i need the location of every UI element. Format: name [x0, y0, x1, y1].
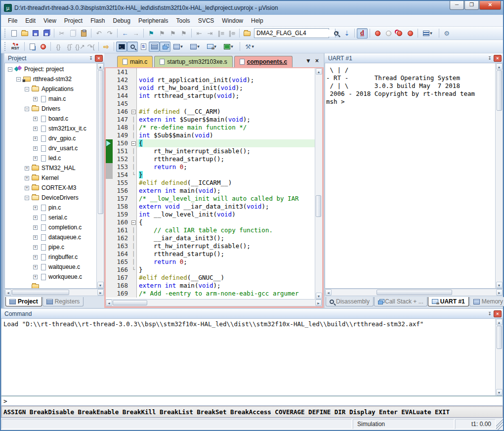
tree-item[interactable] — [5, 282, 96, 288]
breakpoint-margin[interactable] — [106, 76, 113, 84]
expand-icon[interactable]: + — [33, 225, 38, 230]
breakpoint-margin[interactable] — [106, 92, 113, 100]
code-line-156[interactable]: 156 extern int main(void); — [106, 187, 315, 195]
coverage-mark[interactable] — [106, 155, 113, 163]
expand-icon[interactable]: + — [33, 146, 38, 151]
fold-margin[interactable] — [130, 203, 137, 211]
tree-item-pin-c[interactable]: + pin.c — [5, 203, 96, 213]
fold-margin[interactable] — [130, 84, 137, 92]
collapse-icon[interactable]: − — [25, 107, 29, 111]
fold-margin[interactable] — [130, 76, 137, 84]
expand-icon[interactable]: + — [25, 176, 29, 180]
code-line-152[interactable]: 152 │ rtthread_startup(); — [106, 155, 315, 163]
code-line-142[interactable]: 142 void rt_application_init(void); — [106, 76, 315, 84]
breakpoint-margin[interactable] — [106, 100, 113, 108]
save-all-button[interactable] — [41, 28, 52, 39]
call-stack-window-button[interactable] — [160, 42, 170, 52]
watch-window-button[interactable]: ▼ — [170, 42, 187, 52]
scrollbar-thumb[interactable] — [12, 290, 69, 295]
code-line-145[interactable]: 145 — [106, 100, 315, 108]
code-line-151[interactable]: 151 │ rt_hw_interrupt_disable(); — [106, 147, 315, 155]
code-line-158[interactable]: 158 extern void __iar_data_init3(void); — [106, 203, 315, 211]
code-line-150[interactable]: 150 − { — [106, 139, 315, 147]
scroll-left-icon[interactable]: ◄ — [106, 300, 112, 306]
coverage-mark[interactable] — [106, 139, 113, 147]
scrollbar-thumb[interactable] — [316, 195, 321, 217]
tree-item-main-c[interactable]: + main.c — [5, 94, 96, 104]
tree-item-stm32-hal[interactable]: + STM32_HAL — [5, 163, 96, 173]
scroll-up-icon[interactable]: ▲ — [97, 63, 104, 70]
show-next-statement-button[interactable]: ⇨ — [101, 42, 112, 52]
code-line-159[interactable]: 159 int __low_level_init(void) — [106, 211, 315, 218]
fold-margin[interactable]: − — [130, 139, 137, 147]
expand-icon[interactable]: + — [33, 206, 38, 210]
expand-icon[interactable]: + — [33, 136, 38, 141]
uart-vscrollbar[interactable]: ▲ ▼ — [495, 63, 503, 288]
code-line-154[interactable]: 154 └ } — [106, 171, 315, 179]
fold-margin[interactable] — [130, 274, 137, 282]
redo-button[interactable]: ↷ — [104, 28, 115, 39]
menu-peripherals[interactable]: Peripherals — [134, 16, 172, 26]
fold-margin[interactable]: │ — [130, 226, 137, 234]
kill-all-breakpoints-button[interactable] — [405, 28, 416, 39]
tree-item-serial-c[interactable]: + serial.c — [5, 213, 96, 222]
toolbox-button[interactable]: ⚒▼ — [242, 42, 259, 52]
breakpoint-margin[interactable] — [106, 266, 113, 274]
tree-item-cortex-m3[interactable]: + CORTEX-M3 — [5, 183, 96, 193]
fold-margin[interactable]: │ — [130, 242, 137, 250]
collapse-icon[interactable]: − — [25, 196, 29, 200]
expand-icon[interactable]: + — [33, 265, 38, 269]
tab-memory-1[interactable]: Memory 1 — [469, 297, 504, 306]
scroll-down-icon[interactable]: ▼ — [97, 282, 104, 288]
tab-project[interactable]: Project — [5, 297, 42, 306]
menu-flash[interactable]: Flash — [86, 16, 109, 26]
fold-margin[interactable]: │ — [130, 131, 137, 139]
fold-margin[interactable]: │ — [130, 124, 137, 131]
tab-list-dropdown-icon[interactable]: ▼ — [305, 57, 311, 64]
indent-button[interactable]: ⇥ — [205, 28, 215, 39]
incremental-find-button[interactable]: ⇣ — [341, 28, 352, 39]
unindent-button[interactable]: ⇤ — [194, 28, 205, 39]
fold-margin[interactable]: − — [130, 218, 137, 226]
project-tree-vscrollbar[interactable]: ▲ ▼ — [96, 63, 104, 288]
tree-item-kernel[interactable]: + Kernel — [5, 173, 96, 183]
toggle-breakpoint-button[interactable] — [372, 28, 383, 39]
command-output[interactable]: Load "D:\\rt-thread\\rt-thread-3.0.3\\bs… — [1, 319, 495, 395]
find-in-files-dialog-button[interactable] — [242, 28, 252, 39]
code-line-146[interactable]: 146 − #if defined (__CC_ARM) — [106, 108, 315, 116]
disable-breakpoint-button[interactable] — [383, 28, 394, 39]
tab-registers[interactable]: Registers — [42, 297, 84, 306]
code-line-164[interactable]: 164 │ rtthread_startup(); — [106, 250, 315, 258]
memory-window-button[interactable]: ▼ — [187, 42, 204, 52]
fold-margin[interactable] — [130, 179, 137, 187]
step-out-button[interactable]: {}↗ — [75, 42, 85, 52]
menu-tools[interactable]: Tools — [172, 16, 194, 26]
collapse-icon[interactable]: − — [8, 67, 12, 72]
close-icon[interactable]: × — [494, 310, 502, 317]
uart-output[interactable]: \ | / - RT - Thread Operating System / |… — [325, 63, 495, 288]
fold-margin[interactable] — [130, 187, 137, 195]
breakpoint-margin[interactable] — [106, 124, 113, 131]
editor-tab-startup-stm32f103xe-s[interactable]: startup_stm32f103xe.s — [154, 56, 232, 67]
breakpoint-margin[interactable] — [106, 282, 113, 290]
navigate-forward-button[interactable]: → — [130, 28, 141, 39]
undo-button[interactable]: ↶ — [93, 28, 104, 39]
copy-button[interactable] — [67, 28, 78, 39]
code-line-169[interactable]: 169 /* Add -eentry to arm-none-eabi-gcc … — [106, 290, 315, 298]
fold-margin[interactable]: │ — [130, 163, 137, 171]
search-input[interactable] — [254, 30, 335, 37]
expand-icon[interactable]: + — [33, 235, 38, 240]
breakpoint-margin[interactable] — [106, 250, 113, 258]
code-line-166[interactable]: 166 └ } — [106, 266, 315, 274]
coverage-mark[interactable] — [106, 163, 113, 171]
breakpoint-margin[interactable] — [106, 84, 113, 92]
pin-icon[interactable]: ↧ — [486, 310, 494, 317]
fold-margin[interactable] — [130, 92, 137, 100]
coverage-mark[interactable] — [106, 147, 113, 155]
fold-margin[interactable]: │ — [130, 258, 137, 266]
expand-icon[interactable]: + — [33, 245, 38, 250]
fold-collapse-icon[interactable]: − — [131, 110, 136, 114]
breakpoint-margin[interactable] — [106, 218, 113, 226]
uart-panel-header[interactable]: UART #1 ↧ × — [325, 53, 503, 63]
stop-button[interactable]: ✕ — [38, 42, 48, 52]
